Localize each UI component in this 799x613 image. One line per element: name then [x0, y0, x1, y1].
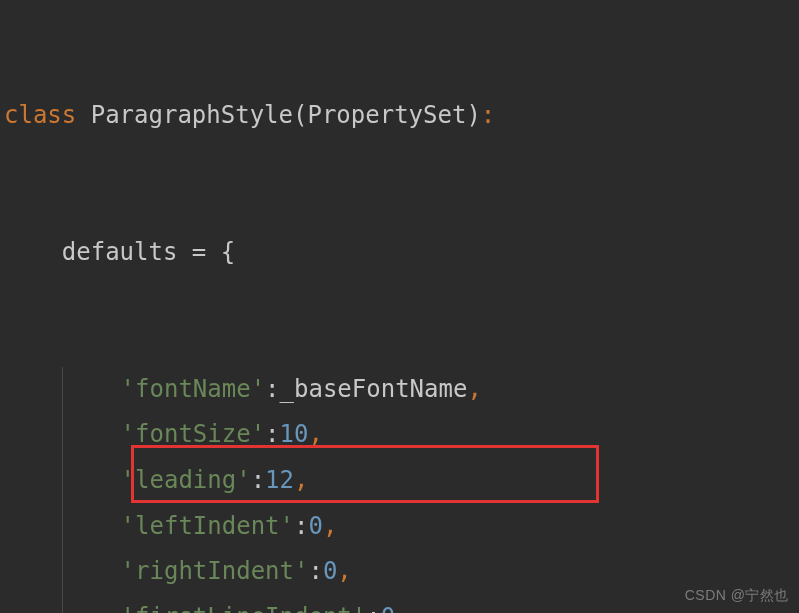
dict-value: _baseFontName — [280, 375, 468, 403]
dict-value: 10 — [280, 420, 309, 448]
dict-value: 0 — [323, 557, 337, 585]
dict-key: leading — [135, 466, 236, 494]
code-line[interactable]: 'fontSize':10, — [4, 412, 799, 458]
code-line[interactable]: 'rightIndent':0, — [4, 549, 799, 595]
dict-key: firstLineIndent — [135, 603, 352, 613]
code-line[interactable]: 'fontName':_baseFontName, — [4, 367, 799, 413]
dict-key: rightIndent — [135, 557, 294, 585]
code-line[interactable]: 'leading':12, — [4, 458, 799, 504]
var-defaults: defaults — [62, 238, 178, 266]
watermark: CSDN @宁然也 — [685, 582, 789, 609]
dict-entries: 'fontName':_baseFontName, 'fontSize':10,… — [4, 367, 799, 613]
dict-value: 0 — [308, 512, 322, 540]
code-line[interactable]: defaults = { — [4, 230, 799, 276]
dict-value: 12 — [265, 466, 294, 494]
code-line[interactable]: 'firstLineIndent':0, — [4, 595, 799, 613]
dict-key: leftIndent — [135, 512, 280, 540]
class-name: ParagraphStyle — [91, 101, 293, 129]
code-editor[interactable]: class ParagraphStyle(PropertySet): defau… — [0, 0, 799, 613]
dict-value: 0 — [381, 603, 395, 613]
code-line[interactable]: 'leftIndent':0, — [4, 504, 799, 550]
dict-key: fontSize — [135, 420, 251, 448]
base-class: PropertySet — [307, 101, 466, 129]
code-line[interactable]: class ParagraphStyle(PropertySet): — [4, 93, 799, 139]
keyword-class: class — [4, 101, 76, 129]
dict-key: fontName — [135, 375, 251, 403]
